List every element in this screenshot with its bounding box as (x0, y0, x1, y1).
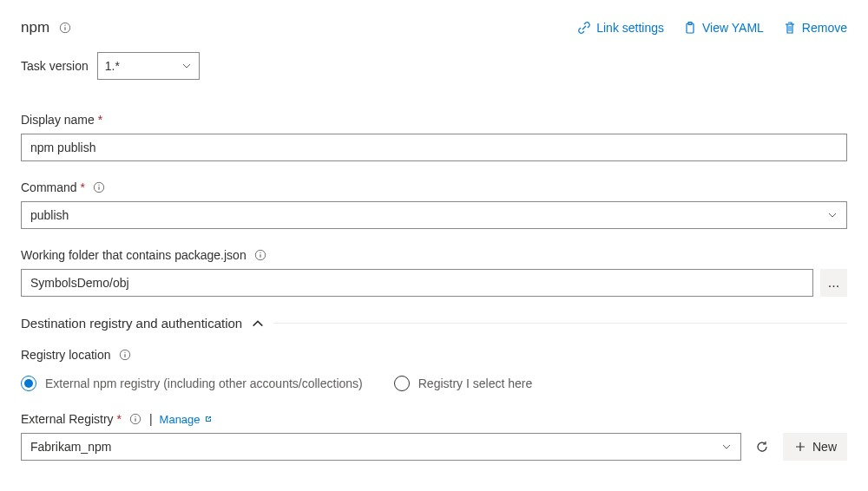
radio-select-here-label: Registry I select here (418, 376, 533, 390)
working-folder-input[interactable] (21, 269, 813, 297)
view-yaml-button[interactable]: View YAML (683, 21, 764, 35)
registry-location-label: Registry location (21, 348, 111, 362)
required-marker: * (80, 180, 84, 194)
command-label: Command * (21, 180, 85, 194)
radio-external-registry[interactable]: External npm registry (including other a… (21, 376, 363, 391)
working-folder-label: Working folder that contains package.jso… (21, 248, 247, 262)
radio-external-label: External npm registry (including other a… (45, 376, 363, 390)
new-button-label: New (812, 440, 837, 454)
trash-icon (783, 21, 797, 35)
remove-label: Remove (802, 21, 847, 35)
browse-button[interactable]: ... (820, 269, 847, 297)
required-marker: * (98, 113, 102, 127)
svg-point-16 (135, 416, 135, 417)
svg-point-2 (64, 25, 65, 26)
external-registry-label: External Registry * (21, 412, 122, 426)
refresh-icon (755, 440, 769, 454)
info-icon[interactable] (118, 348, 132, 362)
radio-button-unchecked (394, 376, 410, 391)
link-settings-button[interactable]: Link settings (577, 21, 664, 35)
display-name-input[interactable] (21, 134, 847, 161)
remove-button[interactable]: Remove (783, 21, 847, 35)
required-marker: * (116, 412, 121, 426)
chevron-down-icon (721, 442, 732, 452)
command-value: publish (30, 208, 69, 222)
command-select[interactable]: publish (21, 201, 847, 229)
section-header[interactable]: Destination registry and authentication (21, 316, 242, 331)
task-version-value: 1.* (105, 59, 120, 73)
task-version-label: Task version (21, 59, 89, 73)
info-icon[interactable] (253, 248, 267, 262)
info-icon[interactable] (58, 21, 72, 35)
chevron-up-icon[interactable] (251, 317, 265, 331)
chevron-down-icon (827, 210, 838, 220)
svg-point-10 (260, 252, 260, 253)
external-link-icon (204, 413, 213, 426)
new-button[interactable]: New (783, 433, 847, 461)
section-divider (273, 323, 847, 324)
view-yaml-label: View YAML (702, 21, 764, 35)
page-title: npm (21, 19, 49, 36)
external-registry-select[interactable]: Fabrikam_npm (21, 433, 741, 461)
divider-pipe: | (149, 412, 153, 426)
clipboard-icon (683, 21, 697, 35)
svg-point-13 (124, 352, 125, 353)
radio-button-checked (21, 376, 36, 391)
svg-point-7 (98, 185, 99, 186)
link-icon (577, 21, 591, 35)
task-version-select[interactable]: 1.* (97, 52, 200, 80)
info-icon[interactable] (128, 412, 142, 426)
plus-icon (793, 440, 807, 454)
refresh-button[interactable] (748, 433, 776, 461)
radio-select-here[interactable]: Registry I select here (394, 376, 533, 391)
manage-link[interactable]: Manage (160, 413, 213, 426)
info-icon[interactable] (92, 180, 106, 194)
chevron-down-icon (181, 61, 192, 71)
external-registry-value: Fabrikam_npm (30, 440, 111, 454)
display-name-label: Display name * (21, 113, 102, 127)
link-settings-label: Link settings (596, 21, 664, 35)
